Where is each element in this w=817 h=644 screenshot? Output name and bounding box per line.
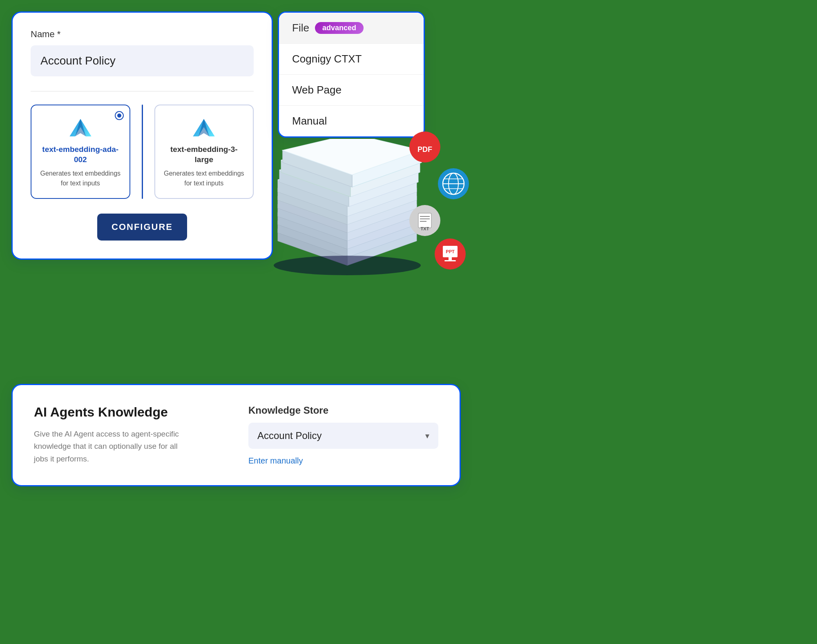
- enter-manually-link[interactable]: Enter manually: [248, 456, 438, 466]
- knowledge-store-dropdown[interactable]: Account Policy ▾: [248, 423, 438, 449]
- source-type-dropdown-panel: File advanced Cognigy CTXT Web Page Manu…: [278, 11, 425, 138]
- section-divider: [31, 91, 254, 91]
- name-field-value[interactable]: Account Policy: [31, 45, 254, 76]
- dropdown-item-cognigy[interactable]: Cognigy CTXT: [279, 44, 424, 75]
- knowledge-store-value: Account Policy: [257, 430, 321, 441]
- shadow-ellipse: [274, 256, 421, 275]
- configure-button[interactable]: CONFIGURE: [97, 214, 187, 241]
- pdf-icon: PDF: [408, 131, 441, 163]
- model1-name: text-embedding-ada-002: [40, 145, 121, 165]
- pdf-icon-container: PDF: [408, 131, 441, 163]
- model1-desc: Generates text embeddings for text input…: [40, 169, 121, 188]
- ppt-icon: PPT: [434, 238, 467, 270]
- txt-icon-container: TXT: [408, 204, 441, 237]
- radio-selected: [115, 111, 124, 120]
- advanced-badge: advanced: [315, 22, 364, 34]
- ppt-icon-container: PPT: [434, 238, 467, 270]
- web-icon: [437, 167, 470, 200]
- model2-desc: Generates text embeddings for text input…: [163, 169, 245, 188]
- svg-rect-51: [444, 260, 456, 261]
- panel-right-section: Knowledge Store Account Policy ▾ Enter m…: [248, 405, 438, 466]
- model-card-3large[interactable]: text-embedding-3-large Generates text em…: [154, 105, 254, 199]
- model2-name: text-embedding-3-large: [163, 145, 245, 165]
- azure-logo-1: [67, 117, 94, 143]
- txt-icon: TXT: [408, 204, 441, 237]
- knowledge-store-label: Knowledge Store: [248, 405, 438, 416]
- name-field-label: Name *: [31, 29, 254, 40]
- azure-logo-2: [191, 117, 217, 143]
- name-form-panel: Name * Account Policy text-embedding-ada…: [11, 11, 273, 260]
- panel-title: AI Agents Knowledge: [34, 405, 224, 420]
- dropdown-item-webpage[interactable]: Web Page: [279, 75, 424, 106]
- svg-text:PPT: PPT: [446, 249, 455, 254]
- dropdown-file-row[interactable]: File advanced: [279, 13, 424, 44]
- stacked-pages-svg: [270, 139, 425, 278]
- svg-text:PDF: PDF: [417, 145, 432, 154]
- stacked-pages-visual: [270, 139, 425, 278]
- file-label: File: [292, 22, 309, 34]
- panel-description: Give the AI Agent access to agent-specif…: [34, 428, 189, 465]
- model-cards-container: text-embedding-ada-002 Generates text em…: [31, 105, 254, 199]
- chevron-down-icon: ▾: [425, 431, 429, 441]
- panel-left-section: AI Agents Knowledge Give the AI Agent ac…: [34, 405, 224, 465]
- card-divider: [142, 105, 143, 199]
- svg-text:TXT: TXT: [421, 226, 429, 231]
- svg-rect-43: [418, 213, 431, 228]
- ai-knowledge-panel: AI Agents Knowledge Give the AI Agent ac…: [11, 384, 461, 486]
- svg-rect-50: [449, 257, 452, 261]
- web-icon-container: [437, 167, 470, 200]
- dropdown-item-manual[interactable]: Manual: [279, 106, 424, 136]
- model-card-ada002[interactable]: text-embedding-ada-002 Generates text em…: [31, 105, 130, 199]
